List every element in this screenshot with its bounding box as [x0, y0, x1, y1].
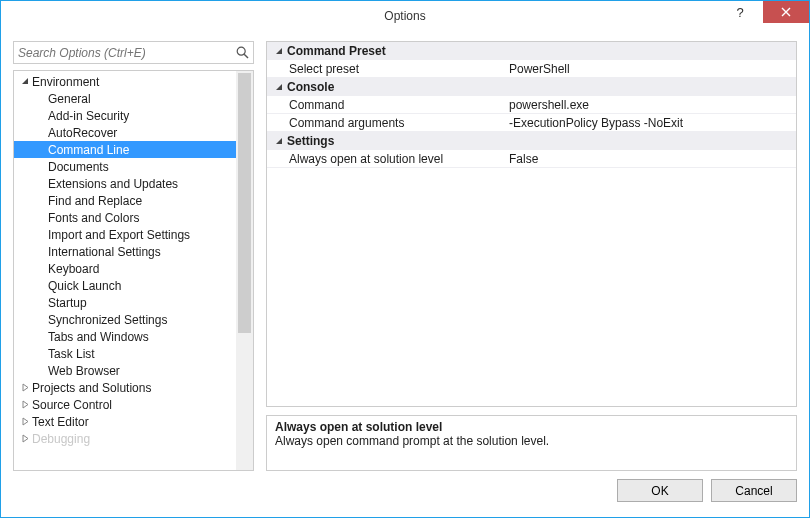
search-icon[interactable]: [231, 46, 253, 59]
tree-item-label: Find and Replace: [48, 194, 142, 208]
property-category[interactable]: Console: [267, 78, 796, 96]
svg-line-1: [244, 54, 248, 58]
collapse-icon[interactable]: [18, 77, 32, 86]
tree-item[interactable]: Find and Replace: [14, 192, 253, 209]
tree-item[interactable]: Source Control: [14, 396, 253, 413]
tree-item-label: Tabs and Windows: [48, 330, 149, 344]
tree-item[interactable]: Projects and Solutions: [14, 379, 253, 396]
property-grid[interactable]: Command PresetSelect presetPowerShellCon…: [266, 41, 797, 407]
tree-item-label: Add-in Security: [48, 109, 129, 123]
tree-item[interactable]: Fonts and Colors: [14, 209, 253, 226]
tree-item[interactable]: Web Browser: [14, 362, 253, 379]
search-box[interactable]: [13, 41, 254, 64]
titlebar[interactable]: Options ?: [1, 1, 809, 31]
options-tree[interactable]: EnvironmentGeneralAdd-in SecurityAutoRec…: [13, 70, 254, 471]
tree-item[interactable]: Command Line: [14, 141, 253, 158]
tree-item-label: AutoRecover: [48, 126, 117, 140]
expand-icon[interactable]: [18, 400, 32, 409]
property-value[interactable]: -ExecutionPolicy Bypass -NoExit: [503, 116, 796, 130]
tree-item-label: General: [48, 92, 91, 106]
tree-item[interactable]: Startup: [14, 294, 253, 311]
tree-item-label: Documents: [48, 160, 109, 174]
tree-item-label: Command Line: [48, 143, 129, 157]
expand-icon[interactable]: [18, 434, 32, 443]
property-category-title: Command Preset: [287, 44, 386, 58]
tree-item-label: Extensions and Updates: [48, 177, 178, 191]
svg-point-0: [237, 47, 245, 55]
property-category-title: Console: [287, 80, 334, 94]
tree-item-label: Web Browser: [48, 364, 120, 378]
property-name: Command arguments: [267, 116, 503, 130]
left-panel: EnvironmentGeneralAdd-in SecurityAutoRec…: [13, 41, 254, 471]
options-dialog: Options ? EnvironmentGeneralAdd-in Secur…: [0, 0, 810, 518]
tree-scrollbar[interactable]: [236, 71, 253, 470]
tree-item-label: Keyboard: [48, 262, 99, 276]
tree-item[interactable]: Documents: [14, 158, 253, 175]
property-value[interactable]: False: [503, 152, 796, 166]
cancel-button[interactable]: Cancel: [711, 479, 797, 502]
tree-item-label: Task List: [48, 347, 95, 361]
ok-button[interactable]: OK: [617, 479, 703, 502]
property-name: Command: [267, 98, 503, 112]
tree-item[interactable]: General: [14, 90, 253, 107]
search-input[interactable]: [14, 46, 231, 60]
tree-item[interactable]: Debugging: [14, 430, 253, 447]
scrollbar-thumb[interactable]: [238, 73, 251, 333]
tree-item-label: Source Control: [32, 398, 112, 412]
system-buttons: ?: [717, 1, 809, 23]
property-name: Always open at solution level: [267, 152, 503, 166]
collapse-icon[interactable]: [271, 83, 287, 92]
property-value[interactable]: powershell.exe: [503, 98, 796, 112]
close-icon: [781, 7, 791, 17]
tree-item[interactable]: International Settings: [14, 243, 253, 260]
tree-item[interactable]: Tabs and Windows: [14, 328, 253, 345]
tree-item[interactable]: Add-in Security: [14, 107, 253, 124]
tree-item[interactable]: Import and Export Settings: [14, 226, 253, 243]
property-row[interactable]: Commandpowershell.exe: [267, 96, 796, 114]
tree-item-label: Projects and Solutions: [32, 381, 151, 395]
tree-item-label: Startup: [48, 296, 87, 310]
tree-item-label: Import and Export Settings: [48, 228, 190, 242]
property-row[interactable]: Always open at solution levelFalse: [267, 150, 796, 168]
tree-item-label: Quick Launch: [48, 279, 121, 293]
property-row[interactable]: Command arguments-ExecutionPolicy Bypass…: [267, 114, 796, 132]
dialog-footer: OK Cancel: [1, 471, 809, 517]
tree-item[interactable]: Text Editor: [14, 413, 253, 430]
right-panel: Command PresetSelect presetPowerShellCon…: [266, 41, 797, 471]
tree-item-label: International Settings: [48, 245, 161, 259]
tree-item[interactable]: Environment: [14, 73, 253, 90]
property-row[interactable]: Select presetPowerShell: [267, 60, 796, 78]
collapse-icon[interactable]: [271, 137, 287, 146]
tree-item[interactable]: Synchronized Settings: [14, 311, 253, 328]
tree-item[interactable]: AutoRecover: [14, 124, 253, 141]
tree-item-label: Environment: [32, 75, 99, 89]
tree-item-label: Debugging: [32, 432, 90, 446]
tree-item-label: Fonts and Colors: [48, 211, 139, 225]
close-button[interactable]: [763, 1, 809, 23]
help-button[interactable]: ?: [717, 1, 763, 23]
tree-item-label: Synchronized Settings: [48, 313, 167, 327]
tree-item-label: Text Editor: [32, 415, 89, 429]
property-name: Select preset: [267, 62, 503, 76]
description-heading: Always open at solution level: [275, 420, 788, 434]
expand-icon[interactable]: [18, 383, 32, 392]
collapse-icon[interactable]: [271, 47, 287, 56]
tree-item[interactable]: Extensions and Updates: [14, 175, 253, 192]
window-title: Options: [1, 9, 809, 23]
description-text: Always open command prompt at the soluti…: [275, 434, 788, 448]
expand-icon[interactable]: [18, 417, 32, 426]
property-category-title: Settings: [287, 134, 334, 148]
property-category[interactable]: Command Preset: [267, 42, 796, 60]
description-box: Always open at solution level Always ope…: [266, 415, 797, 471]
property-category[interactable]: Settings: [267, 132, 796, 150]
property-value[interactable]: PowerShell: [503, 62, 796, 76]
tree-item[interactable]: Task List: [14, 345, 253, 362]
tree-item[interactable]: Quick Launch: [14, 277, 253, 294]
tree-item[interactable]: Keyboard: [14, 260, 253, 277]
